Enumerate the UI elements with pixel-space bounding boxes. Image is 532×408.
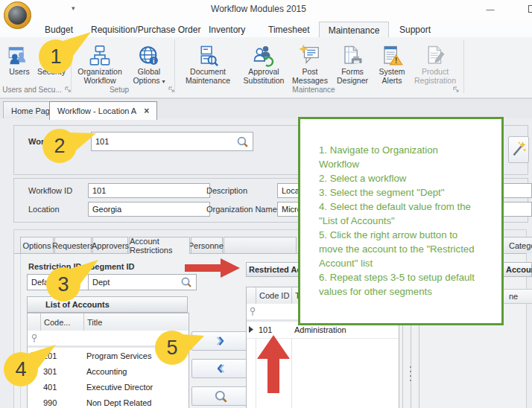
section-tab-personnel[interactable]: Personnel bbox=[191, 237, 223, 253]
red-arrow-right-icon bbox=[185, 258, 240, 278]
group-launcher-icon[interactable] bbox=[453, 86, 460, 93]
svg-text:1: 1 bbox=[50, 45, 61, 68]
minimize-button[interactable]: — bbox=[481, 1, 500, 16]
doc-tab-workflow-location-a[interactable]: Workflow - Location A × bbox=[49, 101, 157, 120]
svg-text:5: 5 bbox=[166, 337, 177, 359]
ribbon-tab-timesheet[interactable]: Timesheet bbox=[259, 22, 319, 37]
group-launcher-icon[interactable] bbox=[65, 86, 72, 93]
document-tab-strip: Home Page Workflow - Location A × bbox=[0, 98, 532, 119]
minimize-icon: — bbox=[487, 4, 495, 13]
ribbon-tab-inventory[interactable]: Inventory bbox=[200, 22, 254, 37]
row-focus-icon bbox=[249, 326, 253, 333]
search-icon bbox=[214, 389, 228, 404]
form-printer-icon bbox=[331, 39, 374, 67]
section-tab-approvers[interactable]: Approvers bbox=[92, 237, 128, 253]
ribbon-group-users-security: Users and Secu... bbox=[0, 86, 64, 95]
search-accounts-button[interactable] bbox=[191, 386, 250, 406]
globe-info-icon: i bbox=[126, 39, 172, 67]
alert-document-icon: ! bbox=[376, 39, 408, 67]
section-tab-requesters[interactable]: Requesters bbox=[54, 237, 92, 253]
workflow-id-input[interactable]: 101 bbox=[88, 183, 210, 198]
search-icon[interactable] bbox=[180, 276, 192, 288]
svg-text:2: 2 bbox=[54, 135, 65, 157]
group-launcher-icon[interactable] bbox=[168, 86, 175, 93]
application-window: Workflow Modules 2015 ▾ — Budget Requisi… bbox=[0, 0, 532, 408]
ribbon-tab-maintenance[interactable]: Maintenance bbox=[319, 22, 389, 38]
magic-wand-icon bbox=[511, 141, 526, 159]
ribbon-group-maintenance: Maintenance bbox=[176, 86, 452, 95]
svg-text:i: i bbox=[153, 57, 154, 65]
organization-name-label: Organization Name bbox=[206, 205, 277, 214]
svg-text:4: 4 bbox=[15, 358, 26, 380]
workflow-id-label: Workflow ID bbox=[28, 186, 72, 195]
column-header-code[interactable]: Code... bbox=[40, 313, 87, 331]
location-label: Location bbox=[28, 205, 60, 214]
message-bubble-icon bbox=[291, 39, 329, 67]
chevron-right-icon bbox=[213, 334, 228, 348]
section-tab-account-restrictions[interactable]: Account Restrictions bbox=[129, 237, 190, 254]
maximize-icon bbox=[528, 5, 532, 13]
workflow-search-input[interactable]: 101 bbox=[91, 132, 253, 151]
instruction-callout-box: 1. Navigate to Organization Workflow 2. … bbox=[298, 117, 504, 325]
close-icon[interactable]: × bbox=[144, 106, 149, 116]
location-input[interactable]: Georgia bbox=[88, 202, 210, 217]
table-row[interactable]: 990 Non Dept Related bbox=[28, 395, 189, 408]
maximize-button[interactable] bbox=[522, 1, 532, 16]
ribbon-tab-requisition[interactable]: Requisition/Purchase Order bbox=[82, 22, 209, 37]
title-bar: Workflow Modules 2015 ▾ — bbox=[0, 0, 532, 21]
description-label: Description bbox=[206, 186, 247, 195]
callout-4: 4 bbox=[1, 342, 59, 391]
window-title: Workflow Modules 2015 bbox=[179, 4, 338, 14]
users-icon bbox=[4, 39, 34, 67]
filter-pin-icon bbox=[249, 307, 256, 316]
document-pencil-icon bbox=[410, 39, 460, 67]
chevron-left-icon bbox=[213, 362, 228, 375]
segment-id-input[interactable]: Dept bbox=[88, 274, 197, 290]
callout-1: 1 bbox=[36, 29, 94, 78]
section-tab-category[interactable]: Catego bbox=[499, 237, 532, 253]
svg-text:!: ! bbox=[395, 57, 397, 65]
wizard-button[interactable] bbox=[508, 136, 529, 163]
svg-text:3: 3 bbox=[57, 273, 69, 296]
ribbon-tab-support[interactable]: Support bbox=[390, 22, 440, 37]
red-arrow-up-icon bbox=[257, 335, 290, 393]
quick-access-caret-icon[interactable]: ▾ bbox=[72, 4, 75, 12]
callout-2: 2 bbox=[39, 118, 98, 168]
callout-5: 5 bbox=[152, 320, 210, 369]
section-tab-obscured[interactable] bbox=[224, 237, 297, 253]
section-tab-options[interactable]: Options bbox=[20, 237, 54, 253]
ribbon-group-setup: Setup bbox=[73, 86, 165, 95]
callout-3: 3 bbox=[43, 257, 101, 306]
people-swap-icon bbox=[238, 39, 289, 67]
app-logo-icon[interactable] bbox=[4, 1, 31, 29]
column-header-code-id[interactable]: Code ID bbox=[256, 287, 295, 304]
search-icon[interactable] bbox=[236, 136, 249, 148]
document-search-icon bbox=[179, 39, 237, 67]
dropdown-caret-icon: ▾ bbox=[162, 78, 165, 85]
